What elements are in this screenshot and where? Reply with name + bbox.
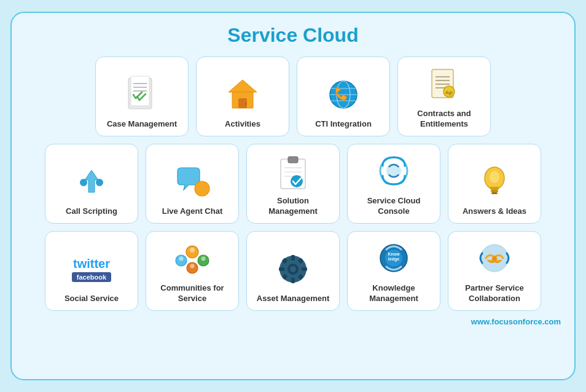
svg-rect-26: [288, 157, 298, 163]
card-communities-service[interactable]: Communities forService: [146, 231, 239, 311]
svg-point-45: [190, 264, 194, 269]
communities-service-icon: [171, 238, 213, 280]
call-scripting-icon: [71, 161, 112, 203]
svg-point-24: [195, 181, 209, 196]
knowledge-management-label: KnowledgeManagement: [369, 283, 418, 304]
activities-label: Activities: [225, 119, 260, 130]
asset-management-icon: [272, 248, 314, 290]
case-management-icon: [121, 74, 163, 116]
live-agent-chat-icon: [171, 161, 213, 203]
cti-integration-icon: [322, 74, 364, 116]
card-call-scripting[interactable]: Call Scripting: [45, 144, 138, 224]
partner-service-label: Partner ServiceCollaboration: [465, 283, 523, 304]
solution-management-icon: [272, 151, 314, 192]
svg-rect-36: [491, 192, 498, 194]
grid-row-2: Call Scripting Live Agent Chat: [25, 144, 561, 224]
svg-text:ledge: ledge: [388, 257, 399, 262]
svg-point-43: [179, 257, 183, 261]
solution-management-label: SolutionManagement: [268, 196, 317, 217]
card-solution-management[interactable]: SolutionManagement: [246, 144, 340, 224]
svg-rect-49: [291, 255, 295, 261]
activities-icon: [222, 74, 264, 116]
communities-service-label: Communities forService: [160, 283, 224, 304]
cti-integration-label: CTI Integration: [315, 119, 372, 130]
card-case-management[interactable]: Case Management: [95, 57, 189, 136]
footer-url: www.focusonforce.com: [25, 317, 561, 326]
svg-rect-50: [291, 278, 295, 283]
knowledge-management-icon: Know ledge: [373, 238, 415, 280]
card-partner-service[interactable]: Partner ServiceCollaboration: [448, 231, 541, 311]
card-cti-integration[interactable]: CTI Integration: [297, 57, 390, 136]
svg-rect-52: [302, 267, 307, 271]
svg-text:Agr: Agr: [445, 90, 453, 95]
answers-ideas-label: Answers & Ideas: [463, 206, 526, 217]
partner-service-icon: [474, 238, 515, 280]
answers-ideas-icon: [474, 161, 515, 203]
page-title: Service Cloud: [25, 24, 561, 47]
case-management-label: Case Management: [107, 119, 177, 130]
grid-section: Case Management Activities: [25, 57, 561, 311]
contracts-entitlements-icon: Agr: [423, 63, 465, 105]
main-container: Service Cloud Case Management: [10, 12, 576, 380]
svg-point-37: [490, 171, 499, 183]
live-agent-chat-label: Live Agent Chat: [162, 206, 222, 217]
twitter-label: twitter: [73, 257, 110, 271]
card-contracts-entitlements[interactable]: Agr Contracts and Entitlements: [397, 57, 491, 136]
grid-row-3: twitter facebook Social Service: [25, 231, 561, 311]
svg-point-62: [492, 256, 497, 261]
svg-point-48: [290, 266, 296, 272]
card-asset-management[interactable]: Asset Management: [246, 231, 340, 311]
card-answers-ideas[interactable]: Answers & Ideas: [448, 144, 541, 224]
svg-rect-51: [279, 267, 284, 271]
grid-row-1: Case Management Activities: [25, 57, 561, 136]
card-live-agent-chat[interactable]: Live Agent Chat: [146, 144, 239, 224]
card-social-service[interactable]: twitter facebook Social Service: [45, 231, 138, 311]
social-service-label: Social Service: [64, 294, 119, 304]
service-cloud-console-icon: [373, 151, 415, 192]
card-knowledge-management[interactable]: Know ledge KnowledgeManagement: [347, 231, 440, 311]
social-service-icon: twitter facebook: [71, 248, 112, 290]
svg-point-44: [201, 257, 205, 261]
svg-text:Know: Know: [388, 252, 400, 256]
asset-management-label: Asset Management: [257, 294, 329, 304]
service-cloud-console-label: Service CloudConsole: [367, 196, 421, 217]
svg-marker-5: [229, 80, 257, 92]
svg-point-32: [386, 163, 401, 178]
card-activities[interactable]: Activities: [196, 57, 289, 136]
svg-point-22: [80, 179, 87, 186]
svg-rect-35: [491, 190, 498, 192]
svg-rect-34: [490, 187, 499, 190]
svg-point-8: [245, 103, 247, 104]
contracts-entitlements-label: Contracts and Entitlements: [402, 109, 486, 130]
svg-point-23: [96, 179, 103, 186]
call-scripting-label: Call Scripting: [66, 206, 117, 217]
facebook-label: facebook: [72, 272, 111, 282]
card-service-cloud-console[interactable]: Service CloudConsole: [347, 144, 440, 224]
svg-point-42: [190, 248, 195, 253]
